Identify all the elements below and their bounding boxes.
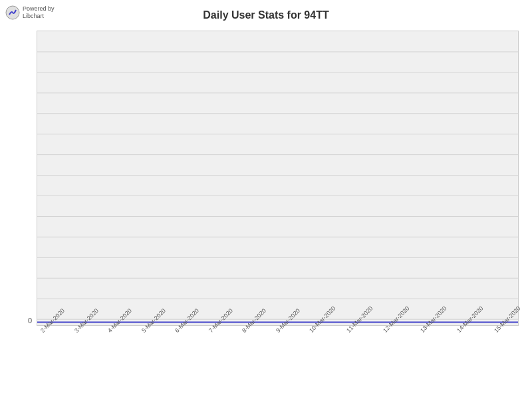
chart-title: Daily User Stats for 94TT [0, 9, 532, 21]
chart-area [37, 31, 519, 326]
svg-rect-2 [37, 31, 518, 325]
chart-svg [37, 31, 518, 325]
x-axis: 2-Mar-20203-Mar-20204-Mar-20205-Mar-2020… [37, 326, 519, 396]
page-container: Powered by Libchart Daily User Stats for… [0, 0, 532, 399]
y-axis-zero-label: 0 [28, 317, 32, 325]
